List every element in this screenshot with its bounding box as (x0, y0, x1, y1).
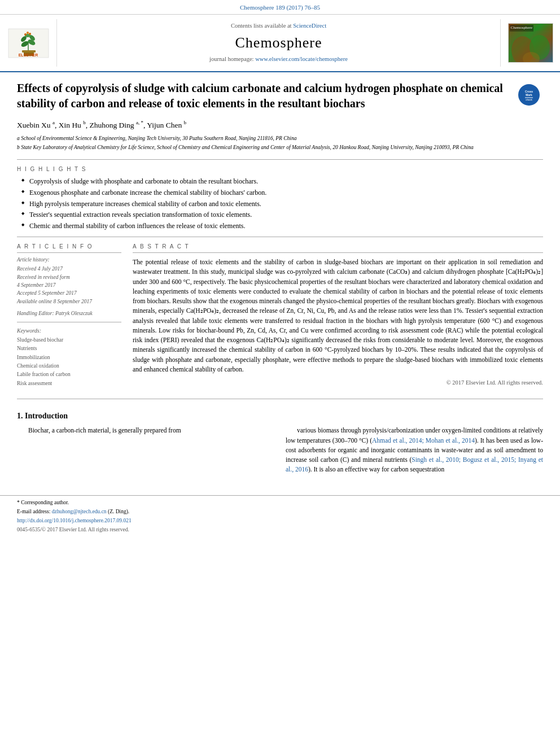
cover-image: Chemosphere (508, 23, 553, 63)
crossmark-badge[interactable]: Cross Mark check (515, 81, 543, 109)
history-revised-date: 4 September 2017 (17, 282, 121, 289)
citation-link-ahmad[interactable]: Ahmad et al., 2014; Mohan et al., 2014 (372, 437, 475, 444)
highlights-label: H I G H L I G H T S (17, 165, 543, 173)
divider-1 (17, 159, 543, 160)
svg-point-9 (24, 33, 27, 36)
highlights-list: Copyrolysis of sludge with phosphate and… (21, 177, 543, 231)
keyword-3: Immobilization (17, 354, 121, 361)
doi-link[interactable]: http://dx.doi.org/10.1016/j.chemosphere.… (17, 518, 132, 523)
svg-point-10 (29, 33, 31, 35)
corresponding-author-note: * Corresponding author. (17, 499, 543, 506)
affiliations: a School of Environmental Science & Engi… (17, 134, 543, 152)
article-title-area: Effects of copyrolysis of sludge with ca… (17, 81, 543, 111)
highlight-item: Copyrolysis of sludge with phosphate and… (21, 177, 543, 186)
intro-col-left: Biochar, a carbon-rich material, is gene… (17, 426, 274, 478)
keywords-label: Keywords: (17, 327, 121, 335)
article-body: A R T I C L E I N F O Article history: R… (17, 243, 543, 388)
elsevier-logo: ELSEVIER (7, 28, 50, 59)
keyword-5: Labile fraction of carbon (17, 371, 121, 378)
divider-keywords (17, 322, 121, 322)
history-received: Received 4 July 2017 (17, 265, 121, 273)
divider-2 (17, 237, 543, 237)
keyword-4: Chemical oxidation (17, 362, 121, 370)
history-accepted: Accepted 5 September 2017 (17, 290, 121, 297)
svg-text:check: check (526, 98, 532, 101)
highlight-item: High pyrolysis temperature increases che… (21, 199, 543, 209)
article-title: Effects of copyrolysis of sludge with ca… (17, 81, 543, 111)
highlight-item: Exogenous phosphate and carbonate increa… (21, 188, 543, 198)
email-line: E-mail address: dzhuhong@njtech.edu.cn (… (17, 508, 543, 516)
contents-available-line: Contents lists available at ScienceDirec… (231, 22, 326, 30)
journal-citation: Chemosphere 189 (2017) 76–85 (0, 0, 560, 15)
highlights-section: H I G H L I G H T S Copyrolysis of sludg… (17, 165, 543, 231)
keyword-1: Sludge-based biochar (17, 337, 121, 344)
journal-homepage-link[interactable]: www.elsevier.com/locate/chemosphere (255, 56, 348, 62)
introduction-section: 1. Introduction Biochar, a carbon-rich m… (17, 410, 543, 478)
keyword-2: Nutrients (17, 345, 121, 352)
authors-line: Xuebin Xu a, Xin Hu b, Zhuhong Ding a, *… (17, 119, 543, 130)
science-direct-link[interactable]: ScienceDirect (293, 23, 326, 29)
journal-header: ELSEVIER Contents lists available at Sci… (0, 15, 560, 72)
svg-text:Mark: Mark (526, 93, 532, 97)
intro-heading: 1. Introduction (17, 410, 543, 422)
article-history: Article history: Received 4 July 2017 Re… (17, 256, 121, 305)
highlight-item: Chemic and thermal stability of carbon i… (21, 221, 543, 231)
abstract-column: A B S T R A C T The potential release of… (133, 243, 543, 388)
svg-point-11 (27, 32, 29, 34)
history-online: Available online 8 September 2017 (17, 298, 121, 305)
main-content: Effects of copyrolysis of sludge with ca… (0, 72, 560, 484)
abstract-text: The potential release of toxic elements … (133, 257, 543, 374)
journal-name: Chemosphere (235, 33, 322, 53)
page-footer: * Corresponding author. E-mail address: … (0, 495, 560, 539)
doi-line[interactable]: http://dx.doi.org/10.1016/j.chemosphere.… (17, 517, 543, 525)
journal-cover-thumbnail: Chemosphere (506, 19, 554, 67)
svg-text:ELSEVIER: ELSEVIER (18, 53, 38, 57)
handling-editor: Handling Editor: Patryk Oleszczuk (17, 310, 121, 317)
article-info-column: A R T I C L E I N F O Article history: R… (17, 243, 121, 388)
citation-text: Chemosphere 189 (2017) 76–85 (240, 4, 320, 11)
affiliation-b: b State Key Laboratory of Analytical Che… (17, 143, 543, 151)
affiliation-a: a School of Environmental Science & Engi… (17, 134, 543, 142)
abstract-label: A B S T R A C T (133, 243, 543, 253)
history-revised-label: Received in revised form (17, 274, 121, 281)
highlight-item: Tessier's sequential extraction reveals … (21, 210, 543, 220)
email-link[interactable]: dzhuhong@njtech.edu.cn (52, 509, 107, 514)
keywords-section: Keywords: Sludge-based biochar Nutrients… (17, 327, 121, 387)
article-info-label: A R T I C L E I N F O (17, 243, 121, 253)
journal-info-center: Contents lists available at ScienceDirec… (56, 19, 501, 67)
svg-rect-2 (22, 50, 36, 53)
issn-line: 0045-6535/© 2017 Elsevier Ltd. All right… (17, 526, 543, 534)
citation-link-singh[interactable]: Singh et al., 2010; Bogusz et al., 2015;… (286, 456, 543, 473)
keyword-6: Risk assessment (17, 380, 121, 387)
divider-intro (17, 399, 543, 399)
journal-homepage-line: journal homepage: www.elsevier.com/locat… (209, 55, 348, 64)
copyright-line: © 2017 Elsevier Ltd. All rights reserved… (133, 379, 543, 387)
history-label: Article history: (17, 256, 121, 264)
intro-body: Biochar, a carbon-rich material, is gene… (17, 426, 543, 478)
intro-col-right: various biomass through pyrolysis/carbon… (286, 426, 543, 478)
publisher-logo-area: ELSEVIER (6, 19, 51, 67)
